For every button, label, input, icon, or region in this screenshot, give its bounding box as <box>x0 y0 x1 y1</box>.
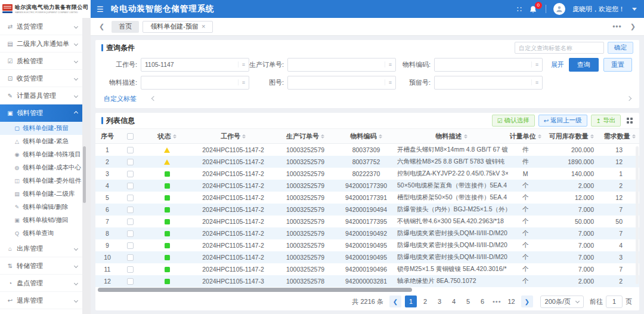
page-number[interactable]: 5 <box>462 295 474 307</box>
table-row[interactable]: 10 2024HPC1105-1147-2 10003252579 942000… <box>95 251 639 263</box>
table-row[interactable]: 3 2024HPC1105-1147-2 10003252579 8022237… <box>95 168 639 180</box>
vertical-scrollbar[interactable] <box>636 146 639 284</box>
sidebar-item[interactable]: ▣ 领料管理 <box>0 104 82 122</box>
sidebar-item[interactable]: ⇅ 转储管理 <box>0 257 82 275</box>
expand-link[interactable]: 展开 <box>551 60 564 69</box>
custom-tag-link[interactable]: 自定义标签 <box>104 94 137 103</box>
query-input[interactable]: ≡ <box>141 58 249 72</box>
column-settings-icon[interactable] <box>627 118 633 124</box>
query-input[interactable]: ≡ <box>434 58 543 72</box>
page-number[interactable]: 4 <box>448 295 460 307</box>
query-input[interactable]: ≡ <box>141 76 249 90</box>
table-row[interactable]: 12 2024HPC1105-1147-3 10003252578 942000… <box>95 275 639 287</box>
scrollbar-thumb[interactable] <box>98 288 412 292</box>
sidebar-subitem[interactable]: ▢ 领料单创建-预留 <box>0 122 82 135</box>
row-checkbox[interactable] <box>127 218 134 225</box>
row-checkbox[interactable] <box>127 242 134 249</box>
row-checkbox[interactable] <box>127 207 134 213</box>
sidebar-subitem[interactable]: ◍ 领料单创建-成本中心 <box>0 161 82 174</box>
tab-more-icon[interactable]: ••• <box>612 23 622 31</box>
tab-close-icon[interactable]: × <box>202 23 205 30</box>
page-number[interactable]: 6 <box>476 295 488 307</box>
table-row[interactable]: 9 2024HPC1105-1147-2 10003252579 9420001… <box>95 239 639 251</box>
sidebar-subitem[interactable]: △ 领料单创建-紧急 <box>0 135 82 148</box>
confirm-select-button[interactable]: ☑确认选择 <box>492 115 535 127</box>
notification-bell-icon[interactable]: 0 <box>529 4 538 14</box>
list-select-icon[interactable]: ≡ <box>238 79 249 85</box>
row-checkbox[interactable] <box>127 230 134 237</box>
row-checkbox[interactable] <box>127 266 134 273</box>
user-avatar[interactable] <box>553 3 565 15</box>
fullscreen-icon[interactable]: ∷ <box>517 5 522 14</box>
row-checkbox[interactable] <box>127 171 134 177</box>
query-input[interactable]: ≡ <box>434 76 543 90</box>
sort-icon[interactable] <box>632 134 636 138</box>
sidebar-item[interactable]: ☑ 质检管理 <box>0 53 82 70</box>
sort-icon[interactable] <box>538 134 541 138</box>
goto-page-input[interactable] <box>606 295 623 308</box>
query-input[interactable]: ≡ <box>287 58 396 72</box>
sidebar-subitem[interactable]: Q 领料单查询 <box>0 227 82 240</box>
row-checkbox[interactable] <box>127 147 134 153</box>
page-number[interactable]: 1 <box>405 295 417 307</box>
tab[interactable]: 首页 <box>112 21 139 33</box>
user-greeting[interactable]: 庞晓明，欢迎您！ <box>572 5 625 14</box>
prev-page-button[interactable]: ❮ <box>389 295 401 307</box>
search-button[interactable]: 查询 <box>569 58 599 72</box>
tag-scroll-right-icon[interactable] <box>627 96 631 101</box>
table-row[interactable]: 2 2024HPC1105-1147-2 10003252579 8003775… <box>95 156 639 168</box>
next-page-button[interactable]: ❯ <box>521 295 533 307</box>
sidebar-item[interactable]: ⊡ 收货管理 <box>0 70 82 87</box>
custom-tag-name-input[interactable] <box>515 42 604 54</box>
sidebar-subitem[interactable]: ◉ 领料单创建-特殊项目 <box>0 148 82 161</box>
sort-icon[interactable] <box>590 134 594 138</box>
list-select-icon[interactable]: ≡ <box>385 79 395 85</box>
table-row[interactable]: 8 2024HPC1105-1147-2 10003252579 9420001… <box>95 227 639 239</box>
sort-icon[interactable] <box>321 134 324 138</box>
export-button[interactable]: ↥导出 <box>591 115 621 127</box>
select-all-checkbox[interactable] <box>127 133 134 140</box>
tab[interactable]: 领料单创建-预留 × <box>143 21 213 33</box>
row-checkbox[interactable] <box>127 278 134 285</box>
sidebar-item[interactable]: ↩ 退库管理 <box>0 292 82 309</box>
tab-scroll-right-icon[interactable]: ❯ <box>628 23 638 30</box>
page-size-select[interactable]: 200条/页 <box>540 295 584 308</box>
sidebar-scrollbar[interactable] <box>82 18 91 314</box>
sidebar-item[interactable]: ◔ 盘点管理 <box>0 275 82 292</box>
confirm-button[interactable]: 确定 <box>608 42 633 54</box>
user-menu-caret-icon[interactable] <box>632 8 637 11</box>
table-row[interactable]: 4 2024HPC1105-1147-2 10003252579 9420001… <box>95 180 639 192</box>
horizontal-scrollbar[interactable] <box>97 288 638 292</box>
query-input[interactable]: ≡ <box>287 76 396 90</box>
sort-icon[interactable] <box>464 134 467 138</box>
sidebar-subitem[interactable]: ◫ 领料单创建-委外组件 <box>0 174 82 187</box>
page-number[interactable]: 2 <box>419 295 431 307</box>
row-checkbox[interactable] <box>127 159 134 165</box>
sidebar-item[interactable]: ⌂ 出库管理 <box>0 240 82 257</box>
back-button[interactable]: ↩返回上一级 <box>538 115 587 127</box>
table-row[interactable]: 5 2024HPC1105-1147-2 10003252579 9420001… <box>95 192 639 204</box>
sidebar-subitem[interactable]: ▤ 领料单创建-二级库 <box>0 187 82 201</box>
table-row[interactable]: 11 2024HPC1105-1147-2 10003252579 942000… <box>95 263 639 275</box>
table-row[interactable]: 6 2024HPC1105-1147-2 10003252579 9420001… <box>95 204 639 216</box>
tag-scroll-left-icon[interactable] <box>151 96 156 101</box>
sort-icon[interactable] <box>379 134 382 138</box>
menu-collapse-icon[interactable]: ☰ <box>97 5 104 14</box>
sidebar-item[interactable]: ✎ 计量器具管理 <box>0 87 82 104</box>
row-checkbox[interactable] <box>127 183 134 189</box>
page-number[interactable]: 12 <box>506 295 518 307</box>
list-select-icon[interactable]: ≡ <box>531 61 542 67</box>
list-select-icon[interactable]: ≡ <box>531 79 542 85</box>
sidebar-subitem[interactable]: ✎ 领料单编辑/删除 <box>0 201 82 214</box>
list-select-icon[interactable]: ≡ <box>385 61 395 67</box>
tab-scroll-left-icon[interactable]: ❮ <box>97 23 107 30</box>
row-checkbox[interactable] <box>127 195 134 201</box>
page-number[interactable]: 3 <box>434 295 445 307</box>
row-checkbox[interactable] <box>127 254 134 261</box>
reset-button[interactable]: 重置 <box>603 58 632 72</box>
sidebar-item[interactable]: ⇄ 送货管理 <box>0 18 82 35</box>
table-row[interactable]: 7 2024HPC1105-1147-2 10003252579 9420001… <box>95 216 639 227</box>
sidebar-subitem[interactable]: ▣ 领料单核销/撤回 <box>0 214 82 227</box>
sort-icon[interactable] <box>173 134 177 138</box>
list-select-icon[interactable]: ≡ <box>238 61 249 67</box>
